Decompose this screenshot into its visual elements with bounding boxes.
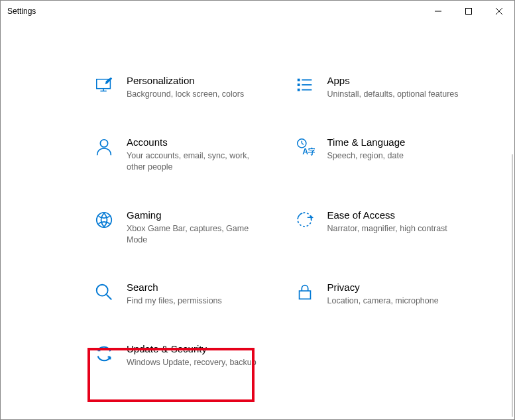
update-security-icon xyxy=(93,343,115,364)
tile-title: Search xyxy=(127,282,222,293)
tile-update-security[interactable]: Update & Security Windows Update, recove… xyxy=(93,343,262,368)
tile-time-language[interactable]: A字 Time & Language Speech, region, date xyxy=(294,136,463,173)
svg-rect-21 xyxy=(299,291,310,299)
svg-rect-7 xyxy=(297,79,300,81)
svg-rect-9 xyxy=(297,83,300,86)
tile-desc: Find my files, permissions xyxy=(127,295,222,307)
svg-rect-8 xyxy=(302,79,312,81)
svg-rect-11 xyxy=(297,89,300,91)
ease-of-access-icon xyxy=(294,209,315,231)
tile-desc: Narrator, magnifier, high contrast xyxy=(327,223,447,235)
tile-title: Privacy xyxy=(327,282,439,293)
svg-line-20 xyxy=(107,295,112,300)
privacy-icon xyxy=(294,282,315,303)
tile-title: Gaming xyxy=(127,209,262,221)
svg-point-18 xyxy=(97,212,112,227)
window-controls xyxy=(423,1,514,22)
svg-point-19 xyxy=(97,285,108,296)
minimize-button[interactable] xyxy=(423,1,453,22)
accounts-icon xyxy=(93,136,115,158)
personalization-icon xyxy=(93,75,115,96)
svg-rect-12 xyxy=(302,89,312,91)
tile-desc: Speech, region, date xyxy=(327,150,406,162)
tile-title: Time & Language xyxy=(327,136,406,148)
tile-apps[interactable]: Apps Uninstall, defaults, optional featu… xyxy=(294,75,463,100)
svg-point-13 xyxy=(100,140,107,147)
tile-desc: Your accounts, email, sync, work, other … xyxy=(127,150,262,173)
apps-icon xyxy=(294,75,315,96)
time-language-icon: A字 xyxy=(294,136,315,158)
svg-rect-1 xyxy=(466,9,472,15)
tile-ease-of-access[interactable]: Ease of Access Narrator, magnifier, high… xyxy=(294,209,463,246)
svg-line-16 xyxy=(302,143,304,144)
settings-tiles: Personalization Background, lock screen,… xyxy=(93,75,494,368)
window-title: Settings xyxy=(7,7,423,16)
maximize-button[interactable] xyxy=(453,1,484,22)
tile-desc: Background, lock screen, colors xyxy=(127,89,244,100)
tile-desc: Xbox Game Bar, captures, Game Mode xyxy=(127,223,262,246)
tile-title: Apps xyxy=(327,75,459,86)
scrollbar[interactable] xyxy=(512,154,513,417)
gaming-icon xyxy=(93,209,115,231)
svg-text:A字: A字 xyxy=(302,147,315,156)
tile-title: Personalization xyxy=(127,75,244,86)
tile-title: Update & Security xyxy=(127,343,257,354)
tile-title: Ease of Access xyxy=(327,209,447,221)
settings-content: Personalization Background, lock screen,… xyxy=(1,22,514,382)
titlebar: Settings xyxy=(1,1,514,22)
tile-desc: Location, camera, microphone xyxy=(327,295,439,307)
tile-personalization[interactable]: Personalization Background, lock screen,… xyxy=(93,75,262,100)
tile-accounts[interactable]: Accounts Your accounts, email, sync, wor… xyxy=(93,136,262,173)
tile-search[interactable]: Search Find my files, permissions xyxy=(93,282,262,307)
tile-privacy[interactable]: Privacy Location, camera, microphone xyxy=(294,282,463,307)
tile-title: Accounts xyxy=(127,136,262,148)
tile-gaming[interactable]: Gaming Xbox Game Bar, captures, Game Mod… xyxy=(93,209,262,246)
search-icon xyxy=(93,282,115,303)
tile-desc: Uninstall, defaults, optional features xyxy=(327,89,459,100)
svg-rect-10 xyxy=(302,84,312,85)
close-button[interactable] xyxy=(484,1,514,22)
tile-desc: Windows Update, recovery, backup xyxy=(127,357,257,368)
